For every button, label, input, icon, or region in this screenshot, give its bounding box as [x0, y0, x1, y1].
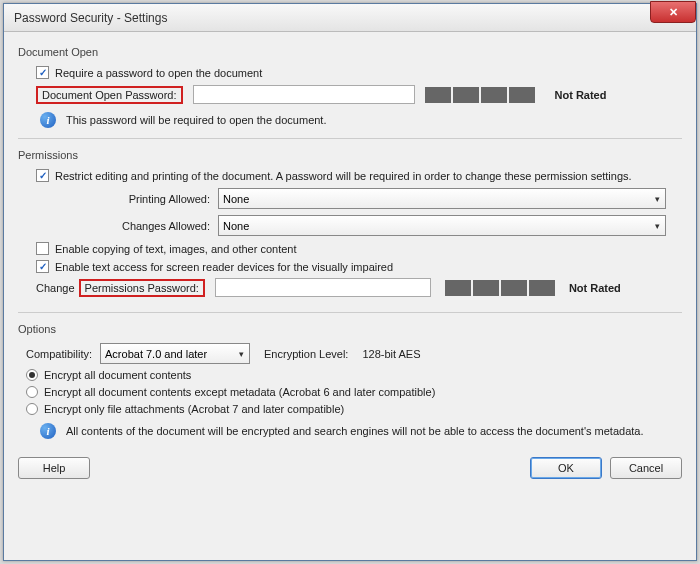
cancel-button[interactable]: Cancel: [610, 457, 682, 479]
section-title-document-open: Document Open: [18, 42, 682, 58]
row-enable-copying: Enable copying of text, images, and othe…: [36, 242, 682, 255]
dropdown-compatibility[interactable]: Acrobat 7.0 and later: [100, 343, 250, 364]
strength-bar: [481, 87, 507, 103]
row-permissions-password: Change Permissions Password: Not Rated: [36, 278, 682, 297]
label-printing-allowed: Printing Allowed:: [18, 193, 210, 205]
section-document-open: Document Open Require a password to open…: [18, 42, 682, 139]
close-icon: ✕: [669, 6, 678, 19]
row-compatibility: Compatibility: Acrobat 7.0 and later Enc…: [26, 343, 682, 364]
help-button-label: Help: [43, 462, 66, 474]
ok-button-label: OK: [558, 462, 574, 474]
password-security-window: Password Security - Settings ✕ Document …: [3, 3, 697, 561]
label-open-password: Document Open Password:: [42, 89, 177, 101]
label-restrict-editing: Restrict editing and printing of the doc…: [55, 170, 632, 182]
info-text-open: This password will be required to open t…: [66, 114, 326, 126]
ok-button[interactable]: OK: [530, 457, 602, 479]
dialog-content: Document Open Require a password to open…: [4, 32, 696, 449]
info-row-options: i All contents of the document will be e…: [40, 423, 682, 439]
strength-bar: [445, 280, 471, 296]
strength-meter-permissions: [445, 280, 555, 296]
dropdown-compatibility-value: Acrobat 7.0 and later: [105, 348, 207, 360]
label-open-password-rating: Not Rated: [555, 89, 607, 101]
radio-encrypt-except-metadata[interactable]: [26, 386, 38, 398]
strength-bar: [473, 280, 499, 296]
dialog-footer: Help OK Cancel: [4, 449, 696, 489]
label-enable-screen-reader: Enable text access for screen reader dev…: [55, 261, 393, 273]
info-icon: i: [40, 423, 56, 439]
dropdown-printing-allowed[interactable]: None: [218, 188, 666, 209]
label-require-open-password: Require a password to open the document: [55, 67, 262, 79]
strength-bar: [453, 87, 479, 103]
row-restrict: Restrict editing and printing of the doc…: [36, 169, 682, 182]
info-row-open: i This password will be required to open…: [40, 112, 682, 128]
row-changes-allowed: Changes Allowed: None: [18, 215, 682, 236]
value-encryption-level: 128-bit AES: [362, 348, 420, 360]
cancel-button-label: Cancel: [629, 462, 663, 474]
label-enable-copying: Enable copying of text, images, and othe…: [55, 243, 297, 255]
highlight-open-password-label: Document Open Password:: [36, 86, 183, 104]
window-title: Password Security - Settings: [14, 11, 167, 25]
dropdown-printing-value: None: [223, 193, 249, 205]
radio-encrypt-all[interactable]: [26, 369, 38, 381]
label-change-prefix: Change: [36, 282, 75, 294]
checkbox-enable-copying[interactable]: [36, 242, 49, 255]
radio-encrypt-attachments[interactable]: [26, 403, 38, 415]
section-title-options: Options: [18, 319, 682, 335]
row-encrypt-except-metadata: Encrypt all document contents except met…: [26, 386, 682, 398]
dropdown-changes-allowed[interactable]: None: [218, 215, 666, 236]
dropdown-changes-value: None: [223, 220, 249, 232]
input-open-password[interactable]: [193, 85, 415, 104]
strength-meter-open: [425, 87, 535, 103]
label-permissions-password: Permissions Password:: [85, 282, 199, 294]
section-title-permissions: Permissions: [18, 145, 682, 161]
strength-bar: [509, 87, 535, 103]
row-require-password: Require a password to open the document: [36, 66, 682, 79]
label-permissions-password-rating: Not Rated: [569, 282, 621, 294]
strength-bar: [501, 280, 527, 296]
row-open-password: Document Open Password: Not Rated: [36, 85, 682, 104]
checkbox-enable-screen-reader[interactable]: [36, 260, 49, 273]
info-text-options: All contents of the document will be enc…: [66, 425, 644, 437]
label-encryption-level: Encryption Level:: [264, 348, 348, 360]
checkbox-require-open-password[interactable]: [36, 66, 49, 79]
row-encrypt-attachments: Encrypt only file attachments (Acrobat 7…: [26, 403, 682, 415]
close-button[interactable]: ✕: [650, 1, 696, 23]
section-permissions: Permissions Restrict editing and printin…: [18, 145, 682, 313]
section-options: Options Compatibility: Acrobat 7.0 and l…: [18, 319, 682, 439]
titlebar: Password Security - Settings ✕: [4, 4, 696, 32]
label-encrypt-except-metadata: Encrypt all document contents except met…: [44, 386, 435, 398]
row-printing-allowed: Printing Allowed: None: [18, 188, 682, 209]
label-encrypt-attachments: Encrypt only file attachments (Acrobat 7…: [44, 403, 344, 415]
label-encrypt-all: Encrypt all document contents: [44, 369, 191, 381]
checkbox-restrict-editing[interactable]: [36, 169, 49, 182]
input-permissions-password[interactable]: [215, 278, 431, 297]
highlight-permissions-password-label: Permissions Password:: [79, 279, 205, 297]
row-encrypt-all: Encrypt all document contents: [26, 369, 682, 381]
row-enable-screen-reader: Enable text access for screen reader dev…: [36, 260, 682, 273]
strength-bar: [529, 280, 555, 296]
info-icon: i: [40, 112, 56, 128]
label-changes-allowed: Changes Allowed:: [18, 220, 210, 232]
label-compatibility: Compatibility:: [26, 348, 92, 360]
strength-bar: [425, 87, 451, 103]
help-button[interactable]: Help: [18, 457, 90, 479]
